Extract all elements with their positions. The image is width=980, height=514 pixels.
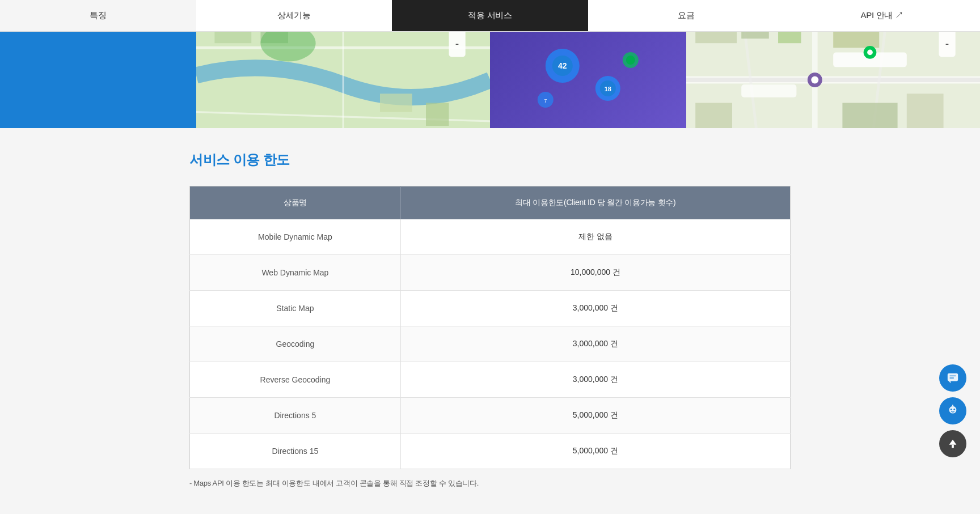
svg-rect-6 <box>380 94 412 112</box>
hero-purple-block: 42 18 7 <box>490 32 686 128</box>
bot-button[interactable] <box>939 397 966 424</box>
table-body: Mobile Dynamic Map제한 없음Web Dynamic Map10… <box>190 219 791 469</box>
svg-rect-36 <box>741 84 796 97</box>
svg-rect-30 <box>833 32 879 48</box>
limit-cell: 5,000,000 건 <box>400 398 790 434</box>
limit-cell: 5,000,000 건 <box>400 434 790 469</box>
limit-cell: 3,000,000 건 <box>400 362 790 398</box>
limit-cell: 제한 없음 <box>400 219 790 255</box>
product-cell: Web Dynamic Map <box>190 255 401 291</box>
svg-rect-29 <box>741 32 769 39</box>
col-header-product: 상품명 <box>190 186 401 220</box>
svg-text:42: 42 <box>558 61 567 70</box>
svg-point-40 <box>867 50 873 56</box>
table-header: 상품명 최대 이용한도(Client ID 당 월간 이용가능 횟수) <box>190 186 791 220</box>
table-row: Web Dynamic Map10,000,000 건 <box>190 255 791 291</box>
svg-text:-: - <box>945 37 948 50</box>
note-text: - Maps API 이용 한도는 최대 이용한도 내에서 고객이 콘솔을 통해… <box>189 478 791 488</box>
product-cell: Directions 15 <box>190 434 401 469</box>
nav-item-details[interactable]: 상세기능 <box>196 0 392 31</box>
nav-item-features[interactable]: 특징 <box>0 0 196 31</box>
svg-point-21 <box>626 56 635 65</box>
nav-item-services[interactable]: 적용 서비스 <box>392 0 588 31</box>
hero-section: + - 42 18 7 <box>0 32 980 128</box>
svg-text:-: - <box>455 37 458 50</box>
table-row: Directions 155,000,000 건 <box>190 434 791 469</box>
table-row: Geocoding3,000,000 건 <box>190 326 791 362</box>
svg-point-51 <box>952 405 953 406</box>
svg-rect-4 <box>214 32 251 43</box>
col-header-limit: 최대 이용한도(Client ID 당 월간 이용가능 횟수) <box>400 186 790 220</box>
section-title: 서비스 이용 한도 <box>189 151 791 169</box>
svg-rect-44 <box>948 373 958 381</box>
product-cell: Geocoding <box>190 326 401 362</box>
scroll-top-button[interactable] <box>939 430 966 457</box>
nav-item-pricing[interactable]: 요금 <box>588 0 784 31</box>
hero-right: 42 18 7 <box>490 32 980 128</box>
limit-cell: 10,000,000 건 <box>400 255 790 291</box>
product-cell: Reverse Geocoding <box>190 362 401 398</box>
limit-cell: 3,000,000 건 <box>400 326 790 362</box>
hero-left: + - <box>0 32 490 128</box>
nav-item-api[interactable]: API 안내 ↗ <box>784 0 980 31</box>
product-cell: Mobile Dynamic Map <box>190 219 401 255</box>
table-row: Directions 55,000,000 건 <box>190 398 791 434</box>
svg-rect-34 <box>778 32 801 43</box>
product-cell: Directions 5 <box>190 398 401 434</box>
svg-point-48 <box>951 409 952 410</box>
svg-text:7: 7 <box>544 98 547 104</box>
table-row: Mobile Dynamic Map제한 없음 <box>190 219 791 255</box>
floating-buttons <box>939 364 966 457</box>
main-content: 서비스 이용 한도 상품명 최대 이용한도(Client ID 당 월간 이용가… <box>178 128 802 511</box>
svg-rect-28 <box>695 32 737 43</box>
svg-rect-33 <box>906 94 943 128</box>
product-cell: Static Map <box>190 291 401 326</box>
table-row: Static Map3,000,000 건 <box>190 291 791 326</box>
hero-map-left: + - <box>196 32 490 128</box>
svg-text:18: 18 <box>605 86 611 92</box>
hero-map-right: + - <box>686 32 980 128</box>
svg-rect-32 <box>842 103 897 128</box>
svg-point-38 <box>811 77 818 84</box>
hero-blue-block <box>0 32 196 128</box>
svg-rect-52 <box>952 445 954 448</box>
table-row: Reverse Geocoding3,000,000 건 <box>190 362 791 398</box>
navigation: 특징 상세기능 적용 서비스 요금 API 안내 ↗ <box>0 0 980 32</box>
limit-cell: 3,000,000 건 <box>400 291 790 326</box>
svg-rect-7 <box>426 103 449 126</box>
service-table: 상품명 최대 이용한도(Client ID 당 월간 이용가능 횟수) Mobi… <box>189 186 791 469</box>
chat-button[interactable] <box>939 364 966 392</box>
svg-rect-31 <box>695 103 732 128</box>
svg-point-49 <box>953 409 955 410</box>
